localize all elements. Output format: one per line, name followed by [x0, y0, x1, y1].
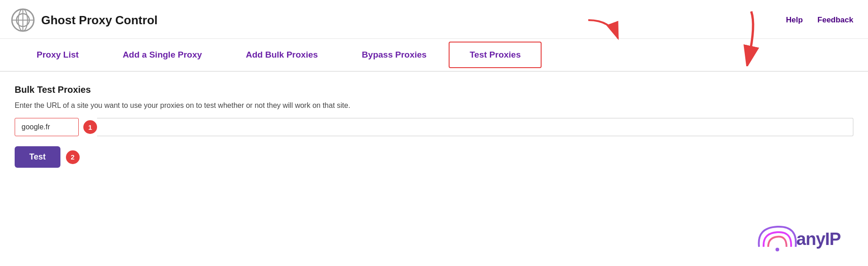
step2-badge: 2 [66, 150, 80, 164]
page-wrapper: Ghost Proxy Control Help Feedback Proxy … [0, 0, 868, 266]
url-input-row: google.fr 1 [15, 118, 853, 136]
anyip-logo-icon [754, 223, 800, 255]
test-button[interactable]: Test [15, 146, 60, 168]
tab-add-single-proxy[interactable]: Add a Single Proxy [101, 40, 224, 70]
nav-tabs: Proxy List Add a Single Proxy Add Bulk P… [0, 39, 868, 72]
section-title: Bulk Test Proxies [15, 85, 853, 95]
test-button-row: Test 2 [15, 146, 853, 168]
header-left: Ghost Proxy Control [11, 8, 157, 32]
svg-point-7 [776, 248, 779, 251]
app-logo-icon [11, 8, 35, 32]
tab-proxy-list[interactable]: Proxy List [15, 40, 101, 70]
anyip-logo: anyIP [754, 223, 841, 255]
feedback-link[interactable]: Feedback [818, 16, 853, 25]
header-right: Help Feedback [771, 16, 853, 25]
help-link[interactable]: Help [786, 16, 803, 25]
header: Ghost Proxy Control Help Feedback [0, 0, 868, 39]
app-title: Ghost Proxy Control [41, 13, 157, 27]
section-desc: Enter the URL of a site you want to use … [15, 101, 853, 110]
url-input-value: google.fr [22, 123, 50, 131]
url-input-field[interactable] [97, 118, 853, 136]
tab-test-proxies[interactable]: Test Proxies [449, 42, 542, 68]
tab-add-bulk-proxies[interactable]: Add Bulk Proxies [224, 40, 340, 70]
url-input-box: google.fr [15, 118, 79, 136]
main-content: Bulk Test Proxies Enter the URL of a sit… [0, 72, 868, 181]
anyip-text: anyIP [797, 229, 841, 249]
tab-bypass-proxies[interactable]: Bypass Proxies [340, 40, 449, 70]
step1-badge: 1 [83, 120, 97, 134]
